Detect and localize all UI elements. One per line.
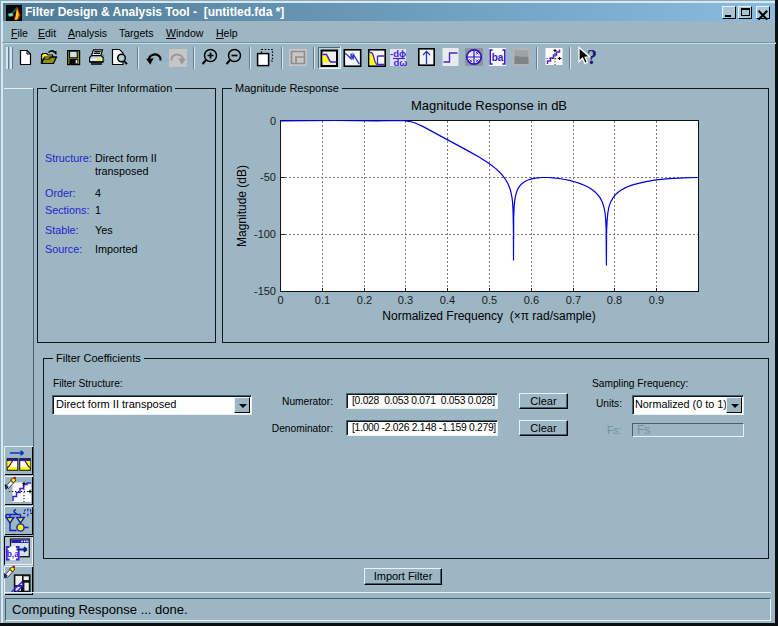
svg-text:Magnitude Response in dB: Magnitude Response in dB (411, 98, 567, 113)
svg-text:Normalized Frequency (×π rad/: Normalized Frequency (×π rad/sample) (382, 309, 595, 323)
svg-text:0: 0 (270, 115, 276, 127)
svg-text:0.3: 0.3 (398, 294, 413, 306)
svg-text:b,a: b,a (7, 549, 20, 559)
svg-text:0.5: 0.5 (482, 294, 497, 306)
svg-text:Magnitude (dB): Magnitude (dB) (235, 165, 249, 247)
svg-text:0.9: 0.9 (649, 294, 664, 306)
svg-text:dω: dω (394, 57, 408, 68)
svg-text:ba: ba (492, 52, 504, 63)
svg-text:0.4: 0.4 (440, 294, 455, 306)
svg-text:-100: -100 (254, 228, 276, 240)
svg-text:0: 0 (277, 294, 283, 306)
svg-text:0.2: 0.2 (357, 294, 372, 306)
svg-text:-150: -150 (254, 285, 276, 297)
svg-text:0.7: 0.7 (566, 294, 581, 306)
svg-text:0.6: 0.6 (524, 294, 539, 306)
svg-text:0.1: 0.1 (315, 294, 330, 306)
svg-text:0.8: 0.8 (607, 294, 622, 306)
svg-text:-50: -50 (260, 171, 276, 183)
